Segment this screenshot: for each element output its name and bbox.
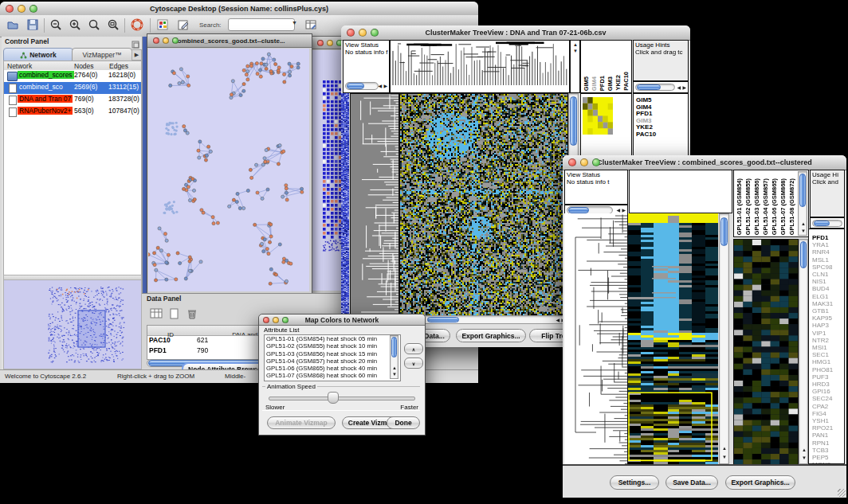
scrollbar-thumb[interactable] <box>720 217 728 246</box>
column-header-nodes[interactable]: Nodes <box>74 62 94 70</box>
tv1-selected-cluster-matrix[interactable] <box>583 97 613 135</box>
minimize-button[interactable] <box>580 158 588 166</box>
column-label[interactable]: GPL51-03 (GSM856) <box>753 178 760 235</box>
tv2-heatmap[interactable] <box>628 213 718 464</box>
gene-label[interactable]: ELG1 <box>812 293 844 300</box>
table-row[interactable]: PFD1 <box>149 346 167 354</box>
animate-vizmap-button[interactable]: Animate Vizmap <box>267 416 336 429</box>
column-label[interactable]: GPL51-02 (GSM855) <box>744 178 752 235</box>
gene-label[interactable]: SPC98 <box>812 264 844 271</box>
gene-label[interactable]: VIP1 <box>812 330 844 337</box>
gene-label[interactable]: HMG1 <box>812 358 844 365</box>
scrollbar-thumb[interactable] <box>568 207 589 213</box>
column-label[interactable]: GPL51-08 (GSM872) <box>788 178 795 235</box>
tv2-row-dendrogram[interactable] <box>564 213 628 464</box>
gene-label[interactable]: MSL1 <box>812 256 844 264</box>
help-lifesaver-icon[interactable] <box>129 17 145 33</box>
table-row[interactable]: PAC10 <box>149 336 171 344</box>
scrollbar-thumb[interactable] <box>391 337 397 357</box>
close-button[interactable] <box>6 5 14 13</box>
scrollbar-thumb[interactable] <box>800 241 807 268</box>
minimize-button[interactable] <box>163 37 169 44</box>
column-label[interactable]: YKE2 <box>614 75 622 91</box>
gene-label[interactable]: MSI1 <box>812 344 844 351</box>
scrollbar-thumb[interactable] <box>347 83 364 89</box>
scroll-down-arrow[interactable]: ▼ <box>802 455 807 460</box>
scroll-left-arrow[interactable]: ◀ <box>556 318 559 322</box>
attribute-list-item[interactable]: GPL51-02 (GSM855) heat shock 10 min <box>265 342 400 350</box>
column-label[interactable]: GPL51-06 (GSM865) <box>771 178 778 235</box>
treeview1-titlebar[interactable]: ClusterMaker TreeView : DNA and Tran 07-… <box>341 25 690 41</box>
usage-scrollbar[interactable] <box>635 84 675 91</box>
tab-vizmapper[interactable]: VizMapper™ <box>72 48 132 61</box>
scroll-left-arrow[interactable]: ◀ <box>378 84 382 88</box>
gene-label[interactable]: FIG4 <box>812 410 844 417</box>
speed-slider-thumb[interactable] <box>328 392 339 404</box>
close-button[interactable] <box>317 40 324 46</box>
attribute-list-item[interactable]: GPL51-03 (GSM856) heat shock 15 min <box>265 350 400 357</box>
zoom-button[interactable] <box>29 5 37 13</box>
scrollbar-thumb[interactable] <box>570 96 577 146</box>
zoom-button[interactable] <box>592 158 600 166</box>
annotation-icon[interactable] <box>175 17 191 33</box>
gene-label[interactable]: NTR2 <box>812 337 844 344</box>
tv1-export-graphics-button[interactable]: Export Graphics... <box>456 329 526 342</box>
speed-slider-track[interactable] <box>269 397 415 400</box>
cytoscape-titlebar[interactable]: Cytoscape Desktop (Session Name: collins… <box>0 2 478 16</box>
search-input[interactable] <box>228 18 295 31</box>
open-icon[interactable] <box>5 17 21 33</box>
column-dendrogram[interactable] <box>391 41 569 85</box>
tv2-vscrollbar[interactable]: ▲ ▼ <box>719 213 729 464</box>
zoom-selected-icon[interactable] <box>86 17 102 33</box>
zoom-out-icon[interactable] <box>48 17 64 33</box>
tv1-column-tree-panel[interactable] <box>390 40 570 93</box>
table-cell[interactable]: 621 <box>197 336 208 344</box>
tv2-sub-scrollbar[interactable]: ▲ ▼ <box>799 239 808 464</box>
gene-label[interactable]: PHO81 <box>812 366 844 373</box>
scroll-up-arrow[interactable]: ▲ <box>801 221 806 226</box>
scroll-left-arrow[interactable]: ◀ <box>616 208 620 213</box>
resize-grip[interactable] <box>838 489 846 497</box>
row-label[interactable]: PAC10 <box>636 131 688 139</box>
delete-attribute-icon[interactable] <box>184 306 200 322</box>
vizmapper-icon[interactable] <box>155 17 171 33</box>
gene-label[interactable]: PUF3 <box>812 373 844 381</box>
close-button[interactable] <box>263 317 269 323</box>
gene-label[interactable]: KAP95 <box>812 315 844 322</box>
column-label[interactable]: GIM4 <box>591 76 598 91</box>
network-table-row[interactable]: RNAPuberNov2+563(0)107847(0) <box>4 106 141 118</box>
birdseye-view[interactable] <box>3 279 142 369</box>
scroll-up-arrow[interactable]: ▲ <box>392 365 397 370</box>
gene-label[interactable]: HAP3 <box>812 322 844 329</box>
column-label[interactable]: PAC10 <box>622 72 630 91</box>
save-icon[interactable] <box>25 17 41 33</box>
gene-label[interactable]: SEC1 <box>812 351 844 358</box>
gene-label[interactable]: YRA1 <box>812 241 844 248</box>
minimize-button[interactable] <box>327 40 333 46</box>
dialog-titlebar[interactable]: Map Colors to Network <box>259 315 425 326</box>
gene-label[interactable]: RNR4 <box>812 248 844 256</box>
scrollbar-thumb[interactable] <box>814 221 830 226</box>
gene-label[interactable]: SEC24 <box>812 395 844 402</box>
scroll-down-arrow[interactable]: ▼ <box>722 455 727 459</box>
tv1-row-dendrogram[interactable] <box>350 93 399 316</box>
scroll-down-arrow[interactable]: ▼ <box>573 49 578 53</box>
network-canvas[interactable] <box>148 49 309 291</box>
attribute-list-item[interactable]: GPL51-07 (GSM868) heat shock 60 min <box>265 372 400 379</box>
gene-label[interactable]: HRD3 <box>812 381 844 388</box>
zoom-button[interactable] <box>172 37 179 44</box>
scrollbar-thumb[interactable] <box>427 317 459 322</box>
zoom-button[interactable] <box>371 29 379 37</box>
tv2-export-graphics-button[interactable]: Export Graphics... <box>725 475 795 490</box>
minimize-button[interactable] <box>273 317 279 323</box>
minimize-button[interactable] <box>18 5 26 13</box>
new-attribute-icon[interactable] <box>167 306 183 322</box>
gene-label[interactable]: YSH1 <box>812 417 844 424</box>
network-table-row[interactable]: combined_sco2569(6)13112(15) <box>4 82 141 94</box>
minimize-button[interactable] <box>359 29 367 37</box>
tv2-column-tree-area[interactable] <box>629 170 732 213</box>
table-cell[interactable]: 790 <box>197 346 208 354</box>
table-mode-icon[interactable] <box>148 306 164 322</box>
tab-network[interactable]: Network <box>3 48 73 61</box>
treeview2-titlebar[interactable]: ClusterMaker TreeView : combined_scores_… <box>563 155 846 170</box>
